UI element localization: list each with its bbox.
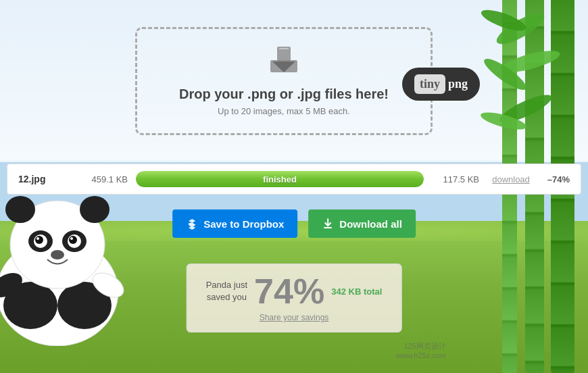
panda-mascot — [0, 170, 135, 346]
save-to-dropbox-button[interactable]: Save to Dropbox — [172, 209, 297, 238]
savings-row: Panda just saved you 74% 342 KB total — [206, 274, 383, 309]
upload-icon — [267, 47, 301, 80]
svg-point-9 — [5, 196, 35, 223]
svg-point-16 — [69, 236, 77, 244]
svg-point-18 — [70, 237, 73, 240]
download-all-button[interactable]: Download all — [308, 209, 416, 238]
savings-description: Panda just saved you — [206, 279, 247, 303]
watermark-line1: 125网页设计 — [396, 341, 446, 351]
watermark: 125网页设计 www.h25z.com — [396, 341, 446, 359]
action-buttons: Save to Dropbox Download all — [172, 209, 416, 238]
svg-point-17 — [36, 237, 39, 240]
logo-png: png — [448, 77, 468, 91]
download-all-label: Download all — [339, 218, 402, 230]
savings-percent-value: 74% — [254, 274, 324, 309]
download-link[interactable]: download — [487, 174, 535, 184]
savings-panel: Panda just saved you 74% 342 KB total Sh… — [187, 264, 402, 332]
progress-bar: finished — [136, 171, 424, 187]
download-icon — [322, 218, 334, 230]
panda-text-line2: saved you — [207, 292, 247, 302]
savings-percentage: –74% — [543, 174, 570, 184]
logo-tiny: tiny — [414, 74, 445, 94]
svg-rect-3 — [279, 48, 289, 49]
progress-status: finished — [263, 174, 297, 184]
panda-text-line1: Panda just — [206, 280, 247, 290]
dropbox-label: Save to Dropbox — [203, 218, 284, 230]
file-size-compressed: 117.5 KB — [432, 174, 479, 184]
savings-total-size: 342 KB total — [331, 287, 382, 297]
svg-point-19 — [51, 250, 64, 259]
progress-bar-fill: finished — [136, 171, 424, 187]
watermark-line2: www.h25z.com — [396, 351, 446, 359]
svg-rect-4 — [324, 227, 332, 228]
tinypng-logo: tiny png — [402, 68, 480, 101]
drop-zone[interactable]: Drop your .png or .jpg files here! Up to… — [135, 27, 433, 135]
svg-point-15 — [35, 236, 43, 244]
dropbox-icon — [186, 218, 198, 230]
drop-title: Drop your .png or .jpg files here! — [179, 86, 389, 102]
drop-subtitle: Up to 20 images, max 5 MB each. — [218, 106, 350, 116]
share-savings-link[interactable]: Share your savings — [206, 313, 383, 322]
svg-point-10 — [80, 196, 109, 223]
